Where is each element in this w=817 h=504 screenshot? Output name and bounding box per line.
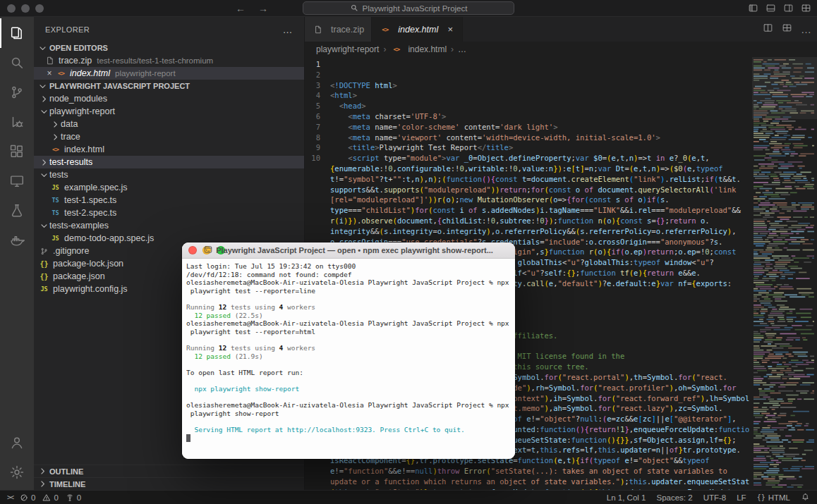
outline-label: OUTLINE <box>49 467 83 476</box>
code-line: 9 <title>Playwright Test Report</title> <box>305 142 817 153</box>
minimap-slider[interactable] <box>752 57 817 119</box>
forward-button[interactable]: → <box>258 0 268 17</box>
item-label: tests <box>49 170 68 180</box>
breadcrumb: playwright-report›<>index.html›… <box>305 42 817 57</box>
code-line: type==="childList")for(const i of s.adde… <box>305 205 817 216</box>
breadcrumb-item-…[interactable]: … <box>458 44 466 54</box>
window-controls <box>0 4 51 13</box>
ports-indicator[interactable]: 0 <box>66 493 81 502</box>
settings-icon[interactable] <box>0 457 34 487</box>
file-test-1.spec.ts[interactable]: TStest-1.spec.ts <box>34 194 304 207</box>
folder-tests-examples[interactable]: tests-examples <box>34 219 304 232</box>
source-control-icon[interactable] <box>0 78 34 107</box>
code-line: 7 <meta name='color-scheme' content='dar… <box>305 122 817 133</box>
run-debug-icon[interactable] <box>0 107 34 137</box>
warning-count[interactable]: 0 <box>42 493 58 502</box>
sidebar-title: EXPLORER <box>45 25 90 34</box>
minimap[interactable] <box>752 57 817 490</box>
breadcrumb-item-index.html[interactable]: <>index.html <box>390 44 447 54</box>
line-number <box>305 205 320 216</box>
back-button[interactable]: ← <box>236 0 246 17</box>
terminal-line: olesiasheremeta@MacBook-Air-uzivatela-Ol… <box>186 401 511 410</box>
code-line: 1 <box>305 59 817 70</box>
line-number <box>305 185 320 195</box>
error-count[interactable]: 0 <box>20 493 35 502</box>
toggle-panel-button[interactable] <box>765 3 776 13</box>
folder-test-results[interactable]: test-results <box>34 156 304 168</box>
terminal-window-controls <box>182 246 225 254</box>
extensions-icon[interactable] <box>0 137 34 166</box>
tab-trace.zip[interactable]: trace.zip <box>305 17 372 42</box>
close-window-button[interactable] <box>7 4 16 13</box>
open-editors-section-header[interactable]: OPEN EDITORS <box>34 42 304 54</box>
more-actions-button[interactable]: … <box>801 23 811 35</box>
js-file-icon: JS <box>38 285 50 293</box>
item-label: index.html <box>64 145 104 154</box>
terminal-minimize-button[interactable] <box>202 246 211 254</box>
customize-layout-button[interactable] <box>801 3 811 13</box>
open-editor-index.html[interactable]: ×<>index.htmlplaywright-report <box>34 67 304 80</box>
open-editor-trace.zip[interactable]: trace.ziptest-results/test-1-test-chromi… <box>34 54 304 67</box>
line-number <box>305 216 320 226</box>
folder-tests[interactable]: tests <box>34 168 304 181</box>
breadcrumb-item-playwright-report[interactable]: playwright-report <box>316 44 379 54</box>
explorer-icon[interactable] <box>0 18 34 48</box>
code-line: (this,e,t,"setState")};tr.prototype.forc… <box>305 487 817 490</box>
encoding[interactable]: UTF-8 <box>703 493 727 502</box>
language-mode[interactable]: {}HTML <box>757 493 790 502</box>
remote-explorer-icon[interactable] <box>0 166 34 196</box>
split-editor-button[interactable] <box>763 23 773 36</box>
git-file-icon <box>38 247 50 255</box>
terminal-line: npx playwright show-report <box>186 385 511 393</box>
close-icon[interactable]: × <box>445 24 455 35</box>
terminal-line: playwright test --reporter=html <box>186 328 511 336</box>
minimize-window-button[interactable] <box>21 4 30 13</box>
notifications[interactable] <box>801 493 810 502</box>
project-section-header[interactable]: PLAYWRIGHT JAVASCRIPT PROJECT <box>34 80 304 92</box>
eol[interactable]: LF <box>737 493 746 502</box>
toggle-primary-sidebar-button[interactable] <box>748 3 758 13</box>
timeline-section-header[interactable]: TIMELINE <box>34 477 304 490</box>
indentation[interactable]: Spaces: 2 <box>656 493 692 502</box>
cursor-position[interactable]: Ln 1, Col 1 <box>607 493 646 502</box>
file-example.spec.js[interactable]: JSexample.spec.js <box>34 181 304 194</box>
folder-playwright-report[interactable]: playwright-report <box>34 105 304 118</box>
folder-trace[interactable]: trace <box>34 130 304 143</box>
account-icon[interactable] <box>0 428 34 457</box>
chevron-right-icon <box>49 133 61 142</box>
status-label: Ln 1, Col 1 <box>607 493 646 502</box>
outline-section-header[interactable]: OUTLINE <box>34 465 304 477</box>
chevron-right-icon <box>49 120 61 129</box>
docker-icon[interactable] <box>0 226 34 255</box>
html-file-icon: <> <box>379 26 391 33</box>
zoom-window-button[interactable] <box>35 4 44 13</box>
file-index.html[interactable]: <>index.html <box>34 143 304 156</box>
warning-icon <box>42 493 51 502</box>
remote-indicator[interactable]: >< <box>7 493 13 501</box>
terminal-line <box>186 336 511 344</box>
close-icon[interactable]: × <box>44 68 55 78</box>
terminal-zoom-button[interactable] <box>217 246 225 254</box>
folder-data[interactable]: data <box>34 118 304 130</box>
tab-index.html[interactable]: <>index.html× <box>372 17 463 42</box>
testing-icon[interactable] <box>0 196 34 226</box>
chevron-down-icon <box>37 82 48 91</box>
terminal-close-button[interactable] <box>188 246 197 254</box>
json-file-icon: {} <box>38 273 50 281</box>
toggle-secondary-sidebar-button[interactable] <box>783 3 794 13</box>
terminal-output[interactable]: Last login: Tue Jul 15 19:23:42 on ttys0… <box>182 259 515 459</box>
terminal-window[interactable]: Playwright JavaScript Project — open • n… <box>182 242 515 459</box>
explorer-more-actions-button[interactable]: … <box>283 24 293 35</box>
folder-node_modules[interactable]: node_modules <box>34 92 304 105</box>
terminal-line: olesiasheremeta@MacBook-Air-uzivatela-Ol… <box>186 319 511 328</box>
code-line: {enumerable:!0,configurable:!0,writable:… <box>305 164 817 174</box>
line-number: 10 <box>305 153 320 164</box>
file-test-2.spec.ts[interactable]: TStest-2.spec.ts <box>34 207 304 219</box>
command-center-search[interactable]: Playwright JavaScript Project <box>303 1 514 15</box>
item-label: tests-examples <box>49 221 109 231</box>
terminal-titlebar[interactable]: Playwright JavaScript Project — open • n… <box>182 242 515 259</box>
search-icon[interactable] <box>0 48 34 78</box>
bell-icon <box>801 493 810 502</box>
item-label: .gitignore <box>53 246 89 256</box>
editor-layout-button[interactable] <box>782 23 792 36</box>
